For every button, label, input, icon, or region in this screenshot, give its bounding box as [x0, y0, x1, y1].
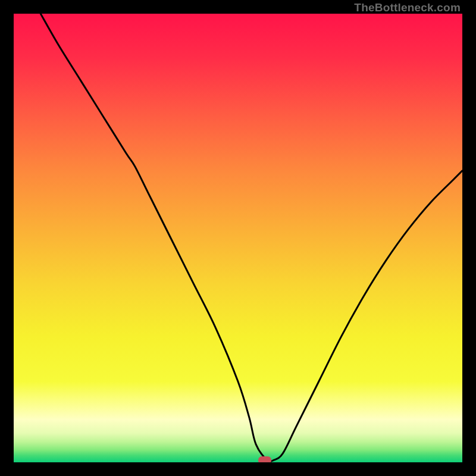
bottleneck-curve — [14, 14, 462, 462]
chart-frame: TheBottleneck.com — [0, 0, 476, 476]
optimal-marker — [258, 456, 272, 462]
attribution-label: TheBottleneck.com — [354, 1, 461, 14]
plot-area — [14, 14, 462, 462]
